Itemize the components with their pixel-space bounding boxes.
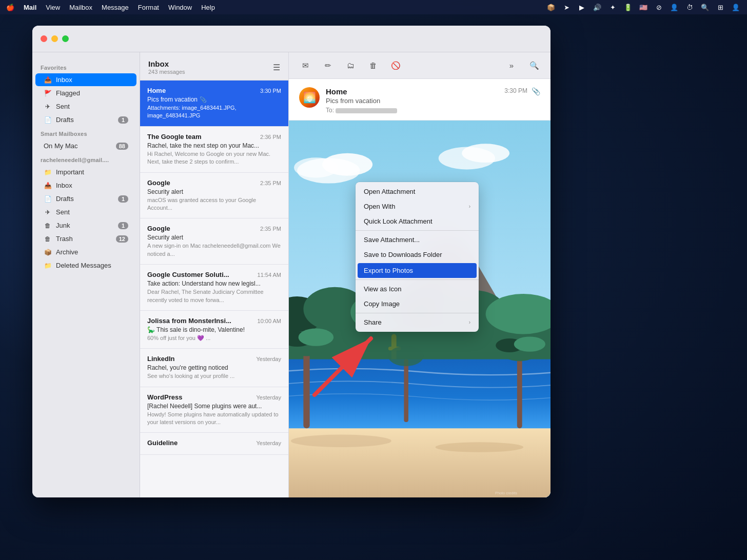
message-subject: Take action: Understand how new legisl..… (147, 280, 281, 287)
sidebar-item-inbox-favorites[interactable]: 📥 Inbox (35, 73, 136, 86)
reply-button[interactable]: ✉ (297, 57, 313, 74)
menu-view[interactable]: View (46, 4, 60, 11)
dropbox-icon: 📦 (546, 4, 556, 11)
message-sender: Guideline (147, 439, 253, 447)
message-sender: WordPress (147, 393, 253, 401)
drafts-gmail-badge: 1 (118, 195, 128, 203)
flag-icon: 🇺🇸 (638, 4, 648, 11)
message-item[interactable]: The Google team 2:36 PM Rachel, take the… (140, 127, 288, 173)
apple-menu[interactable]: 🍎 (6, 4, 14, 11)
traffic-lights (41, 35, 69, 42)
drafts-badge: 1 (118, 116, 128, 124)
bluetooth-icon: ✦ (607, 4, 618, 11)
context-quick-look[interactable]: Quick Look Attachment (356, 214, 479, 229)
search-button[interactable]: 🔍 (526, 57, 542, 74)
context-open-with[interactable]: Open With › (356, 199, 479, 214)
svg-point-31 (514, 336, 545, 351)
message-time: 2:36 PM (260, 134, 281, 140)
message-list-title: Inbox (148, 59, 185, 68)
delete-button[interactable]: 🗑 (365, 57, 381, 74)
svg-point-5 (462, 144, 509, 163)
sidebar-item-flagged[interactable]: 🚩 Flagged (35, 87, 136, 99)
message-item[interactable]: LinkedIn Yesterday Rachel, you're gettin… (140, 349, 288, 387)
window-body: Favorites 📥 Inbox 🚩 Flagged ✈ Sent 📄 Dra… (32, 52, 551, 497)
svg-rect-24 (303, 347, 309, 428)
minimize-button[interactable] (51, 35, 58, 42)
archive-button[interactable]: 🗂 (342, 57, 359, 74)
message-list-body[interactable]: Home 3:30 PM Pics from vacation 📎 Attach… (140, 81, 288, 497)
message-item[interactable]: WordPress Yesterday [Rachel Needell] Som… (140, 387, 288, 433)
message-sender: Google (147, 225, 257, 232)
context-divider-3 (356, 313, 479, 313)
menu-format[interactable]: Format (138, 4, 159, 11)
message-row1: Home 3:30 PM (147, 87, 281, 94)
control-center-icon[interactable]: ⊞ (715, 4, 725, 11)
message-item[interactable]: Google Customer Soluti... 11:54 AM Take … (140, 265, 288, 311)
sidebar-item-drafts-gmail[interactable]: 📄 Drafts 1 (35, 192, 136, 205)
message-row1: WordPress Yesterday (147, 393, 281, 401)
message-item[interactable]: Jolissa from MonsterInsi... 10:00 AM 🦕 T… (140, 311, 288, 349)
context-save-attachment[interactable]: Save Attachment... (356, 232, 479, 247)
sidebar-item-sent-gmail[interactable]: ✈ Sent (35, 206, 136, 218)
message-item[interactable]: Home 3:30 PM Pics from vacation 📎 Attach… (140, 81, 288, 127)
message-time: Yesterday (256, 394, 281, 401)
context-menu: Open Attachment Open With › Quick Look A… (356, 182, 479, 332)
filter-icon[interactable]: ☰ (273, 63, 280, 72)
compose-button[interactable]: ✏ (320, 57, 336, 74)
message-item[interactable]: Guideline Yesterday (140, 433, 288, 455)
junk-badge: 1 (118, 222, 128, 229)
message-item[interactable]: Google 2:35 PM Security alert macOS was … (140, 173, 288, 219)
sent-gmail-icon: ✈ (44, 209, 52, 216)
more-button[interactable]: » (503, 57, 520, 74)
detail-content: Photo credits Open Attachment Open With … (289, 121, 551, 497)
sidebar-item-trash[interactable]: 🗑 Trash 12 (35, 232, 136, 245)
message-item[interactable]: Google 2:35 PM Security alert A new sign… (140, 218, 288, 265)
context-share[interactable]: Share › (356, 315, 479, 330)
sidebar-item-drafts[interactable]: 📄 Drafts 1 (35, 113, 136, 126)
message-list-title-group: Inbox 243 messages (148, 59, 185, 75)
sidebar-label-archive: Archive (56, 248, 128, 256)
sidebar-item-important[interactable]: 📁 Important (35, 166, 136, 178)
svg-point-33 (388, 346, 424, 366)
user-icon[interactable]: 👤 (669, 4, 679, 11)
context-copy-image[interactable]: Copy Image (356, 296, 479, 311)
message-subject: Security alert (147, 188, 281, 195)
sidebar-item-inbox-gmail[interactable]: 📥 Inbox (35, 179, 136, 192)
message-time: 2:35 PM (260, 180, 281, 186)
message-preview: See who's looking at your profile ... (147, 372, 281, 380)
detail-toolbar: ✉ ✏ 🗂 🗑 🚫 » 🔍 (289, 52, 551, 79)
search-menubar-icon[interactable]: 🔍 (700, 4, 710, 11)
sidebar-item-deleted[interactable]: 📁 Deleted Messages (35, 259, 136, 272)
svg-point-3 (294, 157, 338, 177)
context-export-photos[interactable]: Export to Photos (358, 263, 477, 278)
important-icon: 📁 (44, 169, 52, 176)
maximize-button[interactable] (62, 35, 69, 42)
context-open-attachment[interactable]: Open Attachment (356, 184, 479, 199)
message-list: Inbox 243 messages ☰ Home 3:30 PM Pics f… (140, 52, 289, 497)
share-submenu-arrow: › (469, 319, 470, 325)
sidebar-item-junk[interactable]: 🗑 Junk 1 (35, 219, 136, 232)
sidebar-item-on-my-mac[interactable]: On My Mac 88 (35, 139, 136, 152)
menu-message[interactable]: Message (102, 4, 129, 11)
menu-window[interactable]: Window (168, 4, 192, 11)
message-row1: Google Customer Soluti... 11:54 AM (147, 271, 281, 278)
menu-mailbox[interactable]: Mailbox (69, 4, 92, 11)
junk-icon: 🗑 (44, 222, 52, 229)
message-preview: Attachments: image_6483441.JPG, image_64… (147, 104, 281, 120)
junk-button[interactable]: 🚫 (387, 57, 404, 74)
app-name[interactable]: Mail (24, 4, 36, 11)
message-preview: 60% off just for you 💜 ... (147, 334, 281, 342)
context-view-icon[interactable]: View as Icon (356, 282, 479, 296)
message-time: 2:35 PM (260, 226, 281, 232)
message-subject: Rachel, you're getting noticed (147, 364, 281, 371)
to-email-blur (336, 108, 397, 113)
message-preview: Howdy! Some plugins have automatically u… (147, 411, 281, 427)
sidebar-item-archive[interactable]: 📦 Archive (35, 246, 136, 258)
menu-help[interactable]: Help (201, 4, 215, 11)
close-button[interactable] (41, 35, 47, 42)
context-save-downloads[interactable]: Save to Downloads Folder (356, 247, 479, 262)
svg-rect-28 (517, 353, 522, 428)
message-row1: LinkedIn Yesterday (147, 355, 281, 363)
sidebar-item-sent[interactable]: ✈ Sent (35, 100, 136, 113)
sidebar-label-deleted: Deleted Messages (56, 262, 128, 269)
